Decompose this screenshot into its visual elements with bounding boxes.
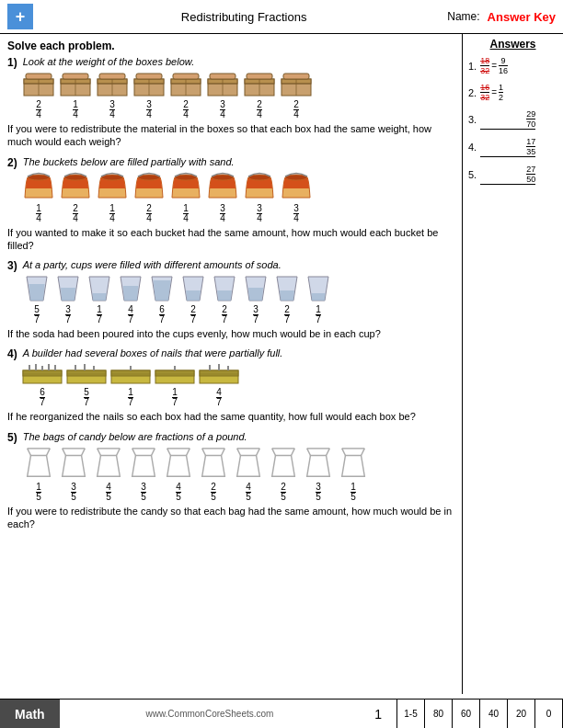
svg-line-76 bbox=[28, 449, 31, 456]
list-item: 35 bbox=[127, 447, 160, 502]
answers-title: Answers bbox=[468, 38, 557, 51]
box-image bbox=[206, 72, 239, 97]
list-item: 37 bbox=[241, 275, 270, 324]
main-layout: Solve each problem. 1) Look at the weigh… bbox=[0, 34, 563, 694]
box-image bbox=[169, 72, 202, 97]
bucket-image bbox=[96, 172, 129, 201]
svg-rect-24 bbox=[173, 74, 199, 79]
svg-line-101 bbox=[327, 449, 330, 456]
bag-image bbox=[337, 447, 370, 480]
svg-line-80 bbox=[82, 449, 86, 456]
answer-item-2: 2. 16 32 = 1 2 bbox=[468, 83, 557, 102]
answer-key-label: Answer Key bbox=[488, 10, 556, 24]
svg-rect-57 bbox=[67, 370, 106, 376]
footer-page: 1 bbox=[360, 707, 396, 722]
list-item: 17 bbox=[304, 275, 333, 324]
bag-image bbox=[267, 447, 300, 480]
bag-image bbox=[232, 447, 265, 480]
cup-image bbox=[178, 275, 208, 302]
problem-3-question: If the soda had been poured into the cup… bbox=[7, 327, 454, 340]
answer-4-num: 4. bbox=[468, 142, 477, 153]
bag-image bbox=[197, 447, 230, 480]
problem-5: 5) The bags of candy below are fractions… bbox=[7, 431, 454, 531]
list-item: 67 bbox=[22, 363, 63, 407]
svg-line-82 bbox=[98, 449, 101, 456]
list-item: 27 bbox=[178, 275, 208, 324]
box-image bbox=[280, 72, 313, 97]
list-item: 25 bbox=[267, 447, 300, 502]
list-item: 34 bbox=[206, 72, 239, 119]
list-item: 17 bbox=[85, 275, 114, 324]
nail-box-image bbox=[22, 363, 63, 385]
problem-5-num: 5) bbox=[7, 431, 17, 444]
problem-4: 4) A builder had several boxes of nails … bbox=[7, 347, 454, 423]
footer-math-label: Math bbox=[0, 700, 60, 728]
svg-line-97 bbox=[272, 449, 276, 456]
list-item: 14 bbox=[22, 172, 55, 223]
box-image bbox=[22, 72, 55, 97]
cup-image bbox=[272, 275, 302, 302]
answer-item-4: 4. 17 35 bbox=[468, 137, 557, 157]
list-item: 37 bbox=[53, 275, 83, 324]
answer-item-3: 3. 29 70 bbox=[468, 109, 557, 130]
list-item: 47 bbox=[199, 363, 239, 407]
list-item: 34 bbox=[206, 172, 239, 223]
box-image bbox=[243, 72, 276, 97]
footer-score-range: 1-5 bbox=[397, 700, 425, 728]
list-item: 24 bbox=[169, 72, 202, 119]
svg-rect-14 bbox=[99, 74, 125, 79]
cup-image bbox=[210, 275, 239, 302]
svg-line-85 bbox=[132, 449, 136, 456]
problem-3-num: 3) bbox=[7, 259, 17, 272]
answer-2-num: 2. bbox=[468, 87, 477, 98]
list-item: 34 bbox=[243, 172, 276, 223]
list-item: 45 bbox=[162, 447, 195, 502]
svg-rect-39 bbox=[283, 74, 309, 79]
list-item: 47 bbox=[116, 275, 145, 324]
list-item: 57 bbox=[66, 363, 107, 407]
solve-label: Solve each problem. bbox=[7, 40, 454, 52]
bag-image bbox=[57, 447, 90, 480]
answer-5-num: 5. bbox=[468, 169, 477, 180]
bucket-image bbox=[206, 172, 239, 201]
answer-item-1: 1. 18 32 = 9 16 bbox=[468, 56, 557, 75]
bucket-image bbox=[59, 172, 92, 201]
svg-rect-34 bbox=[247, 74, 272, 79]
list-item: 27 bbox=[272, 275, 302, 324]
footer-score-80: 80 bbox=[425, 700, 453, 728]
nail-box-image bbox=[155, 363, 195, 385]
cup-image bbox=[22, 275, 52, 302]
svg-line-104 bbox=[362, 449, 365, 456]
list-item: 25 bbox=[197, 447, 230, 502]
list-item: 17 bbox=[110, 363, 151, 407]
list-item: 15 bbox=[337, 447, 370, 502]
list-item: 24 bbox=[280, 72, 313, 119]
footer-website: www.CommonCoreSheets.com bbox=[60, 709, 361, 719]
answers-sidebar: Answers 1. 18 32 = 9 16 2. bbox=[462, 34, 563, 694]
bag-image bbox=[302, 447, 335, 480]
bag-image bbox=[92, 447, 125, 480]
footer-scores: 1-5 80 60 40 20 0 bbox=[396, 700, 563, 728]
list-item: 34 bbox=[280, 172, 313, 223]
answer-1-num: 1. bbox=[468, 61, 477, 72]
svg-line-88 bbox=[167, 449, 171, 456]
header-title: Redistributing Fractions bbox=[40, 10, 447, 24]
problem-2: 2) The buckets below are filled partiall… bbox=[7, 156, 454, 253]
svg-line-94 bbox=[237, 449, 241, 456]
footer-score-40: 40 bbox=[480, 700, 508, 728]
cup-image bbox=[85, 275, 114, 302]
problem-1-images: 24 14 bbox=[7, 72, 454, 119]
list-item: 24 bbox=[132, 172, 166, 223]
problem-1-num: 1) bbox=[7, 56, 17, 69]
bag-image bbox=[22, 447, 55, 480]
problem-2-num: 2) bbox=[7, 156, 17, 169]
answer-item-5: 5. 27 50 bbox=[468, 165, 557, 185]
bucket-image bbox=[132, 172, 166, 201]
cup-image bbox=[241, 275, 270, 302]
list-item: 17 bbox=[155, 363, 195, 407]
svg-line-98 bbox=[292, 449, 295, 456]
problem-4-images: 67 57 bbox=[7, 363, 454, 407]
list-item: 15 bbox=[22, 447, 55, 502]
footer: Math www.CommonCoreSheets.com 1 1-5 80 6… bbox=[0, 699, 563, 728]
svg-rect-29 bbox=[210, 74, 236, 79]
